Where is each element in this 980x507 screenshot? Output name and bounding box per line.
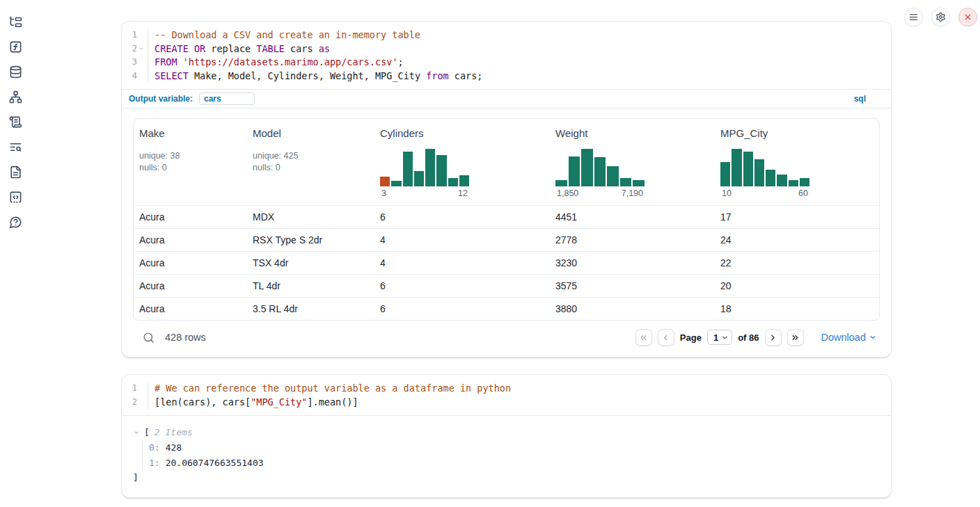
sidebar-documentation-button[interactable] [8, 166, 22, 179]
code-token: # We can reference the output variable a… [155, 383, 511, 394]
column-header-cylinders[interactable]: Cylinders312 [374, 119, 550, 205]
sidebar-scratchpad-button[interactable] [8, 115, 22, 129]
table-cell: 6 [374, 280, 550, 291]
output-variable-input[interactable] [199, 92, 255, 105]
python-code-editor[interactable]: 1# We can reference the output variable … [122, 375, 891, 415]
line-gutter: 1 [125, 382, 148, 396]
table-cell: 22 [715, 257, 879, 268]
shutdown-button[interactable] [958, 8, 977, 26]
output-list-item: 1:20.060747663551403 [149, 456, 880, 472]
column-header-weight[interactable]: Weight1,8507,190 [550, 119, 715, 205]
code-text: CREATE OR replace TABLE cars as [148, 42, 330, 56]
histogram-bar [403, 152, 413, 186]
table-cell: Acura [134, 280, 247, 291]
output-item-value: 20.060747663551403 [166, 458, 264, 468]
table-cell: Acura [134, 303, 247, 314]
table-row[interactable]: AcuraTL 4dr6357520 [134, 274, 879, 297]
table-cell: RSX Type S 2dr [247, 234, 374, 246]
chevron-left-icon [661, 333, 670, 342]
line-number: 1 [129, 29, 137, 42]
histogram-bar [380, 177, 390, 186]
table-cell: 17 [715, 211, 879, 223]
sidebar-snippets-button[interactable] [8, 191, 22, 204]
table-row[interactable]: AcuraRSX Type S 2dr4277824 [134, 228, 879, 251]
chevron-right-icon [768, 333, 777, 342]
output-list-header: [ 2 Items [133, 425, 880, 440]
code-line: 3FROM 'https://datasets.marimo.app/cars.… [125, 56, 884, 70]
code-token: OR [194, 43, 205, 54]
histogram-bars [380, 149, 469, 186]
sidebar-file-explorer-button[interactable] [8, 15, 22, 29]
download-label: Download [821, 332, 867, 343]
histogram-max-label: 12 [458, 188, 468, 198]
table-cell: MDX [247, 211, 374, 223]
fold-caret-icon[interactable] [138, 45, 145, 53]
download-button[interactable]: Download [821, 332, 878, 343]
sidebar-logs-button[interactable] [8, 140, 22, 154]
chevron-down-icon [721, 334, 729, 341]
code-token: replace [205, 43, 256, 54]
column-histogram: 312 [380, 149, 469, 198]
histogram-bar [754, 159, 764, 186]
page-number-select[interactable]: 1 [707, 330, 732, 345]
line-gutter: 4 [125, 70, 148, 83]
pagination: Page 1 of 86 Download [635, 329, 877, 346]
items-count-label: 2 Items [155, 427, 193, 437]
function-square-icon [9, 40, 22, 54]
code-token: as [319, 43, 330, 54]
table-cell: 3230 [550, 257, 715, 268]
line-gutter: 2 [125, 396, 148, 410]
code-token: CREATE [155, 43, 189, 54]
first-page-button[interactable] [635, 329, 652, 346]
previous-page-button[interactable] [658, 329, 674, 346]
code-token: TABLE [256, 43, 285, 54]
histogram-min-label: 3 [381, 188, 386, 198]
next-page-button[interactable] [765, 329, 782, 346]
table-row[interactable]: AcuraTSX 4dr4323022 [134, 251, 879, 274]
sidebar-dependencies-button[interactable] [8, 90, 22, 104]
table-row[interactable]: Acura3.5 RL 4dr6388018 [134, 297, 879, 320]
code-text: [len(cars), cars["MPG_City"].mean()] [148, 396, 358, 410]
marimo-notebook: 1-- Download a CSV and create an in-memo… [0, 0, 980, 507]
table-cell: 3880 [550, 303, 715, 314]
code-text: # We can reference the output variable a… [148, 382, 511, 396]
histogram-bar [620, 178, 632, 186]
column-header-model[interactable]: Modelunique: 425nulls: 0 [247, 119, 374, 205]
sidebar [0, 0, 31, 229]
code-token: cars; [449, 70, 483, 81]
search-icon[interactable] [143, 332, 155, 344]
histogram-axis-labels: 1,8507,190 [555, 188, 645, 198]
column-header-mpg_city[interactable]: MPG_City1060 [715, 119, 879, 205]
line-number: 2 [129, 396, 137, 410]
notebook-menu-button[interactable] [904, 8, 923, 26]
histogram-bar [720, 162, 730, 186]
column-header-make[interactable]: Makeunique: 38nulls: 0 [134, 119, 247, 205]
table-output: Makeunique: 38nulls: 0Modelunique: 425nu… [122, 108, 891, 357]
table-row[interactable]: AcuraMDX6445117 [134, 205, 879, 228]
chevrons-left-icon [639, 333, 648, 342]
scroll-icon [9, 115, 22, 129]
python-output: [ 2 Items 0:4281:20.060747663551403 ] [122, 415, 891, 497]
output-item-index: 0: [149, 442, 160, 453]
sidebar-datasources-button[interactable] [8, 65, 22, 79]
table-cell: 20 [715, 280, 879, 291]
sidebar-help-button[interactable] [8, 216, 22, 229]
table-cell: Acura [134, 211, 247, 223]
last-page-button[interactable] [787, 329, 804, 346]
sidebar-variables-button[interactable] [8, 40, 22, 54]
table-cell: 4 [374, 234, 550, 246]
histogram-bar [448, 178, 458, 186]
table-body: AcuraMDX6445117AcuraRSX Type S 2dr427782… [134, 205, 879, 320]
page-label: Page [680, 332, 702, 343]
column-name: Cylinders [380, 127, 544, 140]
histogram-bar [743, 152, 753, 186]
language-badge: sql [854, 94, 884, 104]
sql-code-editor[interactable]: 1-- Download a CSV and create an in-memo… [122, 22, 891, 89]
collapse-caret-icon[interactable] [133, 429, 141, 436]
histogram-axis-labels: 1060 [720, 188, 809, 198]
table-footer: 428 rows Page 1 of 86 [133, 321, 880, 357]
settings-button[interactable] [931, 8, 950, 26]
line-number: 1 [129, 382, 137, 396]
row-count-group: 428 rows [136, 332, 206, 344]
code-token [189, 43, 194, 54]
